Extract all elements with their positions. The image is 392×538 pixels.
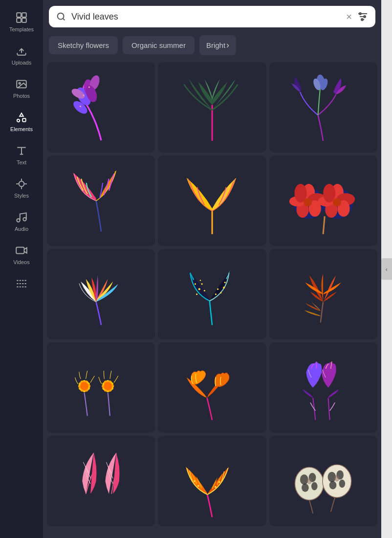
svg-point-83: [328, 472, 336, 482]
svg-point-87: [334, 475, 339, 482]
background-icon: [15, 277, 28, 291]
search-bar: ×: [49, 6, 375, 27]
svg-point-14: [359, 13, 361, 15]
element-leaf-spotted-round[interactable]: [269, 436, 377, 526]
grid-icon: [15, 11, 28, 24]
svg-rect-2: [17, 18, 21, 22]
element-leaf-dark-tropical[interactable]: [158, 62, 266, 153]
svg-point-80: [307, 478, 312, 484]
sidebar-label-videos: Videos: [13, 259, 29, 265]
svg-point-54: [217, 288, 218, 290]
svg-point-85: [329, 481, 337, 490]
photo-icon: [15, 77, 28, 91]
search-area: ×: [43, 0, 381, 31]
svg-point-43: [323, 184, 335, 202]
element-leaf-purple-branch[interactable]: [47, 62, 155, 153]
grid-row-3: [47, 249, 377, 339]
svg-point-44: [333, 198, 341, 206]
tag-organic-summer[interactable]: Organic summer: [123, 36, 195, 54]
grid-row-5: [47, 436, 377, 526]
element-leaf-purple-heart[interactable]: [269, 342, 377, 433]
svg-rect-1: [22, 13, 26, 17]
svg-point-49: [204, 290, 205, 291]
main-panel: × Sketchy flowers Organic summer Bright›: [43, 0, 381, 538]
grid-row-2: [47, 156, 377, 246]
element-leaf-orange-heart[interactable]: [158, 342, 266, 433]
sidebar-label-text: Text: [17, 159, 26, 165]
svg-point-78: [302, 484, 309, 492]
element-leaf-yellow-flower[interactable]: [47, 342, 155, 433]
svg-point-36: [304, 198, 312, 206]
element-leaf-dark-pointed[interactable]: [158, 249, 266, 339]
sidebar-item-styles[interactable]: Styles: [0, 171, 43, 204]
svg-point-47: [195, 283, 196, 285]
svg-point-16: [361, 19, 363, 21]
svg-rect-3: [22, 18, 26, 22]
svg-point-55: [215, 293, 217, 295]
sidebar-item-text[interactable]: Text: [0, 138, 43, 171]
element-leaf-orange-tribal[interactable]: [158, 436, 266, 526]
grid-row-1: [47, 62, 377, 153]
svg-point-70: [194, 480, 196, 482]
sidebar-item-videos[interactable]: Videos: [0, 238, 43, 271]
filter-button[interactable]: [357, 11, 369, 22]
grid-row-4: [47, 342, 377, 433]
sidebar-label-audio: Audio: [15, 226, 28, 232]
collapse-button[interactable]: ‹: [381, 258, 392, 280]
element-leaf-amber-cluster[interactable]: [269, 249, 377, 339]
svg-rect-8: [22, 118, 25, 122]
tag-bright[interactable]: Bright›: [199, 35, 236, 55]
sidebar-label-elements: Elements: [10, 126, 33, 132]
element-leaf-purple-blue[interactable]: [269, 62, 377, 153]
sidebar-item-background[interactable]: [0, 271, 43, 298]
svg-point-5: [19, 83, 21, 84]
audio-icon: [15, 210, 28, 224]
svg-point-24: [88, 86, 89, 88]
search-actions: ×: [346, 11, 369, 22]
svg-marker-7: [20, 113, 23, 116]
text-icon: [15, 144, 28, 157]
sidebar-label-uploads: Uploads: [12, 60, 31, 66]
svg-point-69: [104, 382, 112, 390]
sidebar-item-templates[interactable]: Templates: [0, 5, 43, 38]
svg-point-46: [196, 293, 197, 295]
sidebar-item-uploads[interactable]: Uploads: [0, 38, 43, 71]
element-leaf-red-flower[interactable]: [269, 156, 377, 246]
sidebar-label-styles: Styles: [14, 193, 29, 199]
svg-point-52: [220, 292, 221, 293]
upload-icon: [15, 44, 28, 58]
svg-point-51: [223, 287, 225, 289]
tag-sketchy-flowers[interactable]: Sketchy flowers: [49, 36, 118, 54]
search-input[interactable]: [71, 12, 341, 22]
sidebar-item-photos[interactable]: Photos: [0, 71, 43, 105]
svg-point-86: [339, 479, 346, 488]
element-leaf-colorful-tropical[interactable]: [47, 156, 155, 246]
svg-point-50: [200, 280, 201, 281]
styles-icon: [15, 177, 28, 191]
tags-row: Sketchy flowers Organic summer Bright›: [43, 31, 381, 60]
right-panel: ‹: [381, 0, 392, 538]
element-leaf-feather-multi[interactable]: [47, 249, 155, 339]
svg-point-11: [23, 218, 26, 221]
content-grid: [43, 60, 381, 538]
svg-point-6: [17, 119, 20, 122]
svg-point-71: [197, 485, 199, 487]
svg-point-53: [224, 282, 226, 283]
svg-point-73: [215, 486, 217, 488]
svg-point-76: [300, 474, 308, 485]
search-icon: [56, 11, 66, 22]
svg-point-10: [17, 219, 20, 222]
clear-button[interactable]: ×: [346, 11, 352, 22]
svg-point-79: [311, 482, 318, 491]
video-icon: [15, 244, 28, 257]
element-leaf-yellow-big[interactable]: [158, 156, 266, 246]
svg-point-25: [79, 106, 81, 107]
svg-rect-12: [16, 247, 24, 254]
svg-rect-0: [17, 13, 21, 17]
svg-point-15: [364, 16, 366, 18]
sidebar-item-elements[interactable]: Elements: [0, 105, 43, 138]
element-leaf-pink-feather[interactable]: [47, 436, 155, 526]
sidebar-item-audio[interactable]: Audio: [0, 204, 43, 238]
svg-point-62: [80, 382, 88, 390]
sidebar: Templates Uploads Photos: [0, 0, 43, 538]
